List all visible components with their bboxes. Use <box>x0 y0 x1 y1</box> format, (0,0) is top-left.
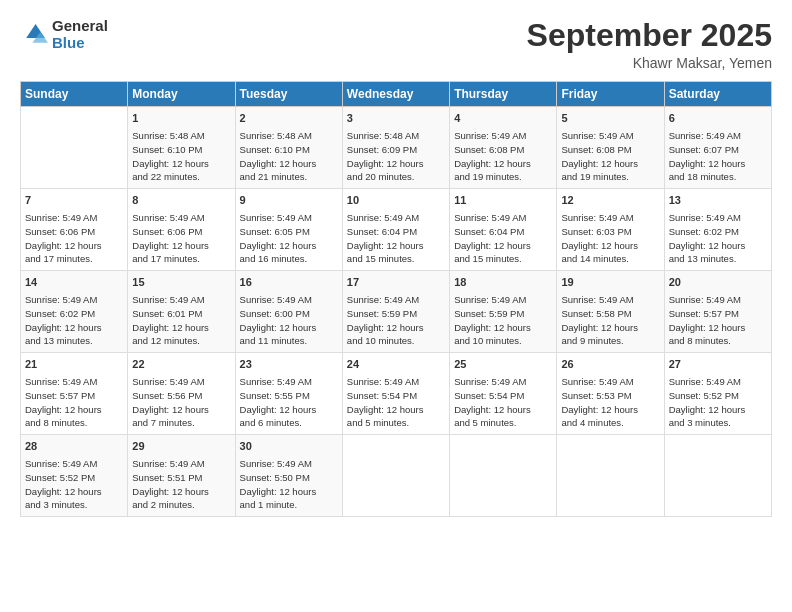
cell-content-line: Sunrise: 5:49 AM <box>561 375 659 389</box>
cell-content-line: Sunset: 5:51 PM <box>132 471 230 485</box>
day-number: 23 <box>240 357 338 373</box>
cell-content-line: and 21 minutes. <box>240 170 338 184</box>
cell-content-line: and 19 minutes. <box>561 170 659 184</box>
calendar-cell: 9Sunrise: 5:49 AMSunset: 6:05 PMDaylight… <box>235 189 342 271</box>
calendar-cell: 28Sunrise: 5:49 AMSunset: 5:52 PMDayligh… <box>21 435 128 517</box>
day-number: 28 <box>25 439 123 455</box>
week-row-2: 14Sunrise: 5:49 AMSunset: 6:02 PMDayligh… <box>21 271 772 353</box>
cell-content-line: and 4 minutes. <box>561 416 659 430</box>
calendar-cell: 5Sunrise: 5:49 AMSunset: 6:08 PMDaylight… <box>557 107 664 189</box>
day-number: 3 <box>347 111 445 127</box>
cell-content-line: Sunrise: 5:49 AM <box>132 211 230 225</box>
cell-content-line: Sunset: 5:54 PM <box>454 389 552 403</box>
week-row-4: 28Sunrise: 5:49 AMSunset: 5:52 PMDayligh… <box>21 435 772 517</box>
calendar-cell <box>342 435 449 517</box>
cell-content-line: and 11 minutes. <box>240 334 338 348</box>
cell-content-line: Daylight: 12 hours <box>561 239 659 253</box>
calendar-cell: 26Sunrise: 5:49 AMSunset: 5:53 PMDayligh… <box>557 353 664 435</box>
calendar-cell: 4Sunrise: 5:49 AMSunset: 6:08 PMDaylight… <box>450 107 557 189</box>
cell-content-line: Sunrise: 5:49 AM <box>132 375 230 389</box>
day-number: 11 <box>454 193 552 209</box>
week-row-1: 7Sunrise: 5:49 AMSunset: 6:06 PMDaylight… <box>21 189 772 271</box>
calendar-cell: 13Sunrise: 5:49 AMSunset: 6:02 PMDayligh… <box>664 189 771 271</box>
cell-content-line: and 15 minutes. <box>454 252 552 266</box>
cell-content-line: and 5 minutes. <box>347 416 445 430</box>
day-number: 12 <box>561 193 659 209</box>
cell-content-line: Sunrise: 5:49 AM <box>25 457 123 471</box>
cell-content-line: and 15 minutes. <box>347 252 445 266</box>
cell-content-line: Daylight: 12 hours <box>240 239 338 253</box>
cell-content-line: Sunrise: 5:49 AM <box>669 293 767 307</box>
cell-content-line: Sunrise: 5:49 AM <box>25 375 123 389</box>
cell-content-line: and 7 minutes. <box>132 416 230 430</box>
day-number: 1 <box>132 111 230 127</box>
day-number: 6 <box>669 111 767 127</box>
cell-content-line: Sunrise: 5:49 AM <box>132 293 230 307</box>
cell-content-line: Sunset: 6:08 PM <box>454 143 552 157</box>
cell-content-line: and 16 minutes. <box>240 252 338 266</box>
header-cell-monday: Monday <box>128 82 235 107</box>
day-number: 21 <box>25 357 123 373</box>
cell-content-line: and 20 minutes. <box>347 170 445 184</box>
cell-content-line: Daylight: 12 hours <box>132 321 230 335</box>
cell-content-line: and 17 minutes. <box>25 252 123 266</box>
cell-content-line: Sunset: 5:50 PM <box>240 471 338 485</box>
cell-content-line: Daylight: 12 hours <box>347 157 445 171</box>
day-number: 16 <box>240 275 338 291</box>
day-number: 20 <box>669 275 767 291</box>
cell-content-line: Sunset: 6:04 PM <box>454 225 552 239</box>
calendar-cell <box>21 107 128 189</box>
cell-content-line: and 18 minutes. <box>669 170 767 184</box>
calendar-cell: 20Sunrise: 5:49 AMSunset: 5:57 PMDayligh… <box>664 271 771 353</box>
cell-content-line: Sunset: 6:02 PM <box>25 307 123 321</box>
header-cell-thursday: Thursday <box>450 82 557 107</box>
day-number: 29 <box>132 439 230 455</box>
cell-content-line: Daylight: 12 hours <box>454 239 552 253</box>
cell-content-line: Sunset: 6:07 PM <box>669 143 767 157</box>
cell-content-line: Daylight: 12 hours <box>240 321 338 335</box>
cell-content-line: Sunset: 6:02 PM <box>669 225 767 239</box>
cell-content-line: Sunset: 5:55 PM <box>240 389 338 403</box>
cell-content-line: Sunset: 5:56 PM <box>132 389 230 403</box>
day-number: 17 <box>347 275 445 291</box>
calendar-cell <box>557 435 664 517</box>
calendar-cell: 18Sunrise: 5:49 AMSunset: 5:59 PMDayligh… <box>450 271 557 353</box>
day-number: 25 <box>454 357 552 373</box>
week-row-3: 21Sunrise: 5:49 AMSunset: 5:57 PMDayligh… <box>21 353 772 435</box>
page: General Blue September 2025 Khawr Maksar… <box>0 0 792 612</box>
cell-content-line: Sunset: 6:08 PM <box>561 143 659 157</box>
cell-content-line: Daylight: 12 hours <box>132 157 230 171</box>
calendar-cell: 10Sunrise: 5:49 AMSunset: 6:04 PMDayligh… <box>342 189 449 271</box>
cell-content-line: Sunset: 6:09 PM <box>347 143 445 157</box>
day-number: 2 <box>240 111 338 127</box>
calendar-cell: 27Sunrise: 5:49 AMSunset: 5:52 PMDayligh… <box>664 353 771 435</box>
logo-blue-text: Blue <box>52 35 108 52</box>
logo-text: General Blue <box>52 18 108 51</box>
header: General Blue September 2025 Khawr Maksar… <box>20 18 772 71</box>
calendar-cell: 29Sunrise: 5:49 AMSunset: 5:51 PMDayligh… <box>128 435 235 517</box>
calendar-cell: 1Sunrise: 5:48 AMSunset: 6:10 PMDaylight… <box>128 107 235 189</box>
day-number: 14 <box>25 275 123 291</box>
cell-content-line: Daylight: 12 hours <box>454 321 552 335</box>
cell-content-line: Sunrise: 5:49 AM <box>454 293 552 307</box>
cell-content-line: and 12 minutes. <box>132 334 230 348</box>
header-cell-wednesday: Wednesday <box>342 82 449 107</box>
day-number: 30 <box>240 439 338 455</box>
header-cell-saturday: Saturday <box>664 82 771 107</box>
cell-content-line: Daylight: 12 hours <box>240 157 338 171</box>
cell-content-line: Sunrise: 5:48 AM <box>347 129 445 143</box>
cell-content-line: Sunset: 5:52 PM <box>25 471 123 485</box>
cell-content-line: Sunrise: 5:49 AM <box>240 211 338 225</box>
cell-content-line: Sunrise: 5:49 AM <box>561 211 659 225</box>
cell-content-line: Sunset: 6:00 PM <box>240 307 338 321</box>
header-row: SundayMondayTuesdayWednesdayThursdayFrid… <box>21 82 772 107</box>
cell-content-line: Daylight: 12 hours <box>454 157 552 171</box>
day-number: 10 <box>347 193 445 209</box>
cell-content-line: Sunset: 6:05 PM <box>240 225 338 239</box>
day-number: 24 <box>347 357 445 373</box>
cell-content-line: and 13 minutes. <box>25 334 123 348</box>
cell-content-line: and 10 minutes. <box>454 334 552 348</box>
cell-content-line: Daylight: 12 hours <box>454 403 552 417</box>
calendar-cell <box>450 435 557 517</box>
cell-content-line: Sunrise: 5:49 AM <box>669 129 767 143</box>
